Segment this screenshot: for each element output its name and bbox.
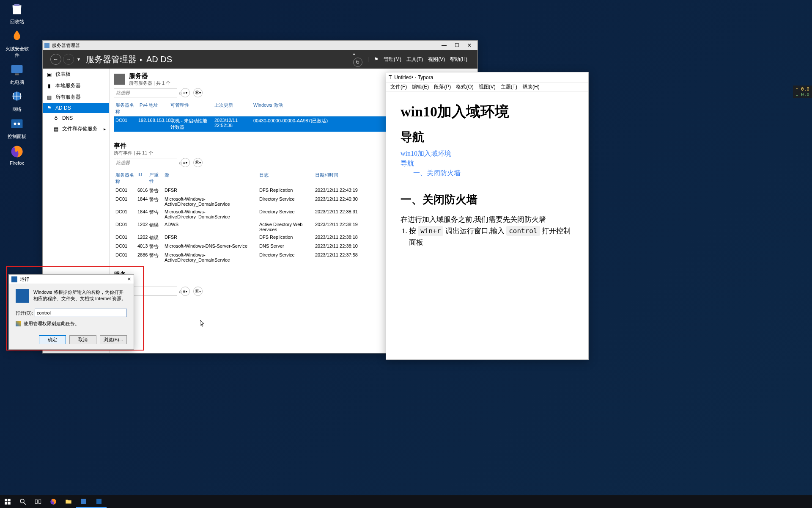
breadcrumb-leaf: AD DS bbox=[146, 55, 172, 64]
taskbar-run[interactable] bbox=[91, 495, 107, 508]
sidebar-item-label: 本地服务器 bbox=[55, 82, 81, 89]
header-bar: ← → ▾ 服务器管理器 ▸ AD DS • ↻ | ⚑ 管理(M) 工具(T)… bbox=[43, 50, 477, 69]
code-control: control bbox=[506, 226, 540, 236]
run-titlebar[interactable]: 运行 ✕ bbox=[9, 275, 134, 284]
col[interactable]: 服务器名称 bbox=[114, 171, 136, 185]
events-subtitle: 所有事件 | 共 11 个 bbox=[114, 150, 153, 156]
svg-rect-1 bbox=[11, 65, 23, 73]
svg-point-5 bbox=[14, 123, 16, 125]
menu-format[interactable]: 格式(O) bbox=[453, 83, 476, 91]
refresh-dropdown[interactable]: • ↻ bbox=[353, 52, 362, 67]
desktop-icon-controlpanel[interactable]: 控制面板 bbox=[4, 117, 30, 140]
events-filter-input[interactable] bbox=[114, 160, 176, 165]
typora-titlebar[interactable]: T Untitled• - Typora bbox=[386, 72, 588, 83]
breadcrumb-root[interactable]: 服务器管理器 bbox=[86, 54, 137, 65]
desktop-icon-label: 此电脑 bbox=[10, 79, 24, 86]
ok-button[interactable]: 确定 bbox=[39, 335, 66, 344]
dns-icon: ♁ bbox=[53, 115, 59, 121]
svg-rect-18 bbox=[96, 499, 102, 504]
menu-view[interactable]: 视图(V) bbox=[428, 56, 445, 63]
desktop-icon-network[interactable]: 网络 bbox=[4, 90, 30, 113]
doc-h1: win10加入域环境 bbox=[401, 102, 574, 121]
col-updated[interactable]: 上次更新 bbox=[213, 102, 252, 115]
filter-menu-1[interactable]: ≡▾ bbox=[181, 88, 190, 97]
run-description: Windows 将根据你所输入的名称，为你打开相应的程序、文件夹、文档或 Int… bbox=[33, 289, 127, 303]
taskview-button[interactable] bbox=[30, 495, 46, 508]
svg-rect-8 bbox=[5, 499, 7, 501]
admin-label: 使用管理权限创建此任务。 bbox=[24, 320, 80, 327]
sidebar-item-dashboard[interactable]: ▣仪表板 bbox=[43, 69, 109, 80]
menu-file[interactable]: 文件(F) bbox=[388, 83, 409, 91]
taskbar-servermanager[interactable] bbox=[76, 495, 91, 508]
nav-link[interactable]: 导航 bbox=[401, 159, 574, 168]
col-servername[interactable]: 服务器名称 bbox=[114, 102, 137, 115]
storage-icon: ▤ bbox=[53, 126, 59, 132]
run-large-icon bbox=[16, 289, 29, 303]
filter-menu-1[interactable]: ≡▾ bbox=[181, 287, 190, 296]
sidebar-item-filestorage[interactable]: ▤文件和存储服务▸ bbox=[43, 123, 109, 135]
titlebar[interactable]: 服务器管理器 — ☐ ✕ bbox=[43, 41, 477, 50]
desktop-icon-thispc[interactable]: 此电脑 bbox=[4, 63, 30, 86]
typora-title: Untitled• - Typora bbox=[394, 75, 433, 80]
desktop-icon-label: 火绒安全软件 bbox=[4, 46, 30, 58]
nav-forward-button[interactable]: → bbox=[63, 54, 74, 65]
servers-subtitle: 所有服务器 | 共 1 个 bbox=[129, 80, 170, 86]
sidebar-item-localserver[interactable]: ▮本地服务器 bbox=[43, 80, 109, 91]
nav-link[interactable]: win10加入域环境 bbox=[401, 149, 574, 158]
menu-theme[interactable]: 主题(T) bbox=[498, 83, 520, 91]
col[interactable]: 严重性 bbox=[148, 171, 163, 185]
desktop-icon-label: 网络 bbox=[12, 106, 22, 113]
filter-menu-2[interactable]: Ⓗ▾ bbox=[193, 88, 203, 97]
nav-back-button[interactable]: ← bbox=[50, 54, 61, 65]
col[interactable]: ID bbox=[136, 171, 148, 185]
run-open-input[interactable] bbox=[35, 309, 127, 317]
cursor-icon bbox=[200, 320, 205, 328]
breadcrumb: 服务器管理器 ▸ AD DS bbox=[86, 54, 172, 65]
net-speed-widget: ↑ 0.0 ↓ 0.0 bbox=[793, 86, 812, 98]
servers-filter-input[interactable] bbox=[114, 90, 176, 95]
taskbar-explorer[interactable] bbox=[61, 495, 76, 508]
desktop-icon-firefox[interactable]: Firefox bbox=[4, 144, 30, 166]
sidebar-item-label: AD DS bbox=[55, 105, 71, 111]
nav-link[interactable]: 一、关闭防火墙 bbox=[401, 169, 574, 178]
close-button[interactable]: ✕ bbox=[127, 276, 131, 282]
menu-tools[interactable]: 工具(T) bbox=[406, 56, 423, 63]
sidebar-item-allservers[interactable]: ▥所有服务器 bbox=[43, 91, 109, 103]
dashboard-icon: ▣ bbox=[46, 72, 52, 77]
menu-view[interactable]: 视图(V) bbox=[476, 83, 498, 91]
typora-content[interactable]: win10加入域环境 导航 win10加入域环境 导航 一、关闭防火墙 一、关闭… bbox=[386, 92, 588, 359]
menu-help[interactable]: 帮助(H) bbox=[450, 56, 467, 63]
desktop-icon-recycle[interactable]: 回收站 bbox=[4, 2, 30, 25]
menu-help[interactable]: 帮助(H) bbox=[520, 83, 542, 91]
flag-icon[interactable]: ⚑ bbox=[374, 56, 379, 62]
desktop-icon-huorong[interactable]: 火绒安全软件 bbox=[4, 29, 30, 58]
filter-menu-1[interactable]: ≡▾ bbox=[181, 158, 190, 167]
col[interactable]: 源 bbox=[163, 171, 258, 185]
start-button[interactable] bbox=[0, 495, 15, 508]
chevron-right-icon: ▸ bbox=[140, 56, 143, 63]
browse-button[interactable]: 浏览(B)... bbox=[100, 335, 127, 344]
taskbar-firefox[interactable] bbox=[46, 495, 61, 508]
typora-app-icon: T bbox=[389, 75, 392, 80]
minimize-button[interactable]: — bbox=[438, 41, 450, 50]
servers-icon: ▥ bbox=[46, 94, 52, 100]
shield-icon bbox=[16, 321, 21, 326]
sidebar-item-adds[interactable]: ⚑AD DS bbox=[43, 103, 109, 113]
search-button[interactable] bbox=[15, 495, 30, 508]
menu-edit[interactable]: 编辑(E) bbox=[409, 83, 431, 91]
sidebar-item-dns[interactable]: ♁DNS bbox=[43, 113, 109, 123]
typora-window: T Untitled• - Typora 文件(F) 编辑(E) 段落(P) 格… bbox=[386, 72, 589, 360]
chevron-right-icon: ▸ bbox=[104, 127, 106, 131]
menu-manage[interactable]: 管理(M) bbox=[384, 56, 401, 63]
close-button[interactable]: ✕ bbox=[463, 41, 476, 50]
filter-menu-2[interactable]: Ⓗ▾ bbox=[193, 287, 203, 296]
col-manage[interactable]: 可管理性 bbox=[169, 102, 213, 115]
adds-icon: ⚑ bbox=[46, 105, 52, 111]
col[interactable]: 日志 bbox=[258, 171, 313, 185]
upload-speed: ↑ 0.0 bbox=[796, 86, 809, 92]
filter-menu-2[interactable]: Ⓗ▾ bbox=[193, 158, 203, 167]
col-ip[interactable]: IPv4 地址 bbox=[137, 102, 169, 115]
cancel-button[interactable]: 取消 bbox=[69, 335, 96, 344]
menu-paragraph[interactable]: 段落(P) bbox=[431, 83, 453, 91]
maximize-button[interactable]: ☐ bbox=[450, 41, 463, 50]
